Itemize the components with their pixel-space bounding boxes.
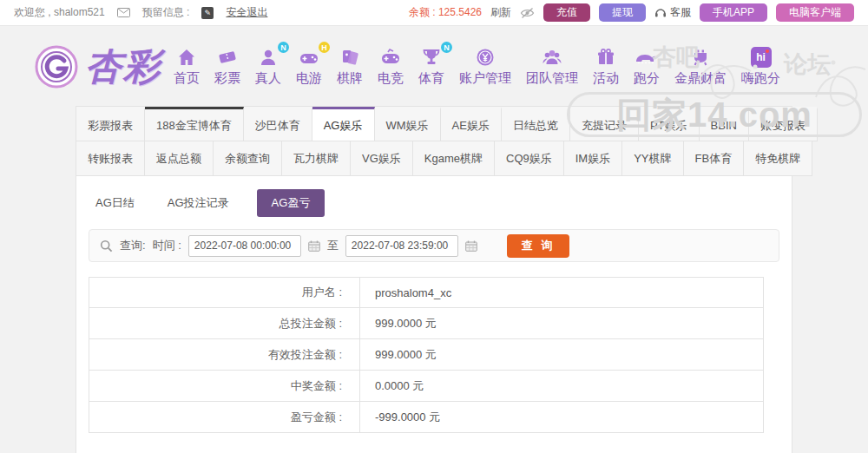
- row-label: 有效投注金额 :: [89, 339, 360, 370]
- new-badge: N: [441, 42, 452, 53]
- page: 欢迎您 , shalom521 预留信息 : ✎ 安全退出 余额 : 125.5…: [0, 0, 868, 453]
- date-to-input[interactable]: [345, 235, 458, 257]
- row-label: 用户名 :: [89, 278, 360, 307]
- query-bar: 查询: 时间 : 至 查 询: [89, 229, 779, 262]
- time-label: 时间 :: [153, 238, 181, 253]
- customer-service-link[interactable]: 客服: [654, 5, 691, 20]
- nav-label: 彩票: [214, 70, 240, 87]
- nav-label: 真人: [255, 70, 281, 87]
- tab-wali-qipai[interactable]: 瓦力棋牌: [282, 141, 351, 176]
- tab-chongti-jilu[interactable]: 充提记录: [570, 107, 639, 141]
- tab-fandian-zonge[interactable]: 返点总额: [145, 141, 214, 176]
- query-submit-button[interactable]: 查 询: [507, 234, 570, 258]
- gamepad-icon: [299, 47, 319, 68]
- nav-item-boardgames[interactable]: 棋牌: [337, 47, 363, 87]
- person-icon: [258, 47, 279, 68]
- win-amount-value: 0.0000 元: [360, 371, 763, 401]
- subtab-ag-touzhu-jilu[interactable]: AG投注记录: [162, 189, 234, 217]
- tab-yue-chaxun[interactable]: 余额查询: [214, 141, 282, 176]
- tab-temian-qipai[interactable]: 特免棋牌: [744, 141, 812, 176]
- tab-caipiao-baobiao[interactable]: 彩票报表: [76, 107, 145, 141]
- nav-label: 嗨跑分: [741, 70, 780, 87]
- tab-cq9-yule[interactable]: CQ9娱乐: [495, 141, 564, 176]
- nav-label: 电竞: [378, 70, 404, 87]
- envelope-icon[interactable]: [117, 8, 130, 17]
- nav-item-team[interactable]: 团队管理: [526, 47, 578, 87]
- tab-wm-yule[interactable]: WM娱乐: [375, 107, 441, 141]
- date-from-input[interactable]: [188, 235, 301, 257]
- gamepad-icon: [380, 47, 401, 68]
- rhino-icon: [635, 47, 659, 68]
- edit-icon[interactable]: ✎: [201, 7, 214, 19]
- tab-zhuanzhang-baobiao[interactable]: 转账报表: [76, 141, 145, 176]
- nav-item-lottery[interactable]: 彩票: [214, 47, 240, 87]
- home-icon: [176, 47, 197, 68]
- tripod-icon: [690, 47, 711, 68]
- withdraw-button[interactable]: 提现: [599, 3, 646, 22]
- header: 杏彩 首页 彩票 N 真人 H 电游 棋牌: [0, 27, 868, 107]
- to-label: 至: [327, 238, 339, 253]
- table-row: 中奖金额 : 0.0000 元: [89, 371, 764, 402]
- subtab-ag-yingkui[interactable]: AG盈亏: [257, 189, 326, 217]
- nav-item-home[interactable]: 首页: [174, 47, 200, 87]
- total-bet-value: 999.0000 元: [360, 308, 763, 338]
- query-label: 查询:: [120, 238, 146, 253]
- nav-label: 团队管理: [526, 70, 578, 87]
- nav-item-account[interactable]: 账户管理: [459, 47, 511, 87]
- tabs-row-2: 转账报表 返点总额 余额查询 瓦力棋牌 VG娱乐 Kgame棋牌 CQ9娱乐 I…: [76, 141, 792, 176]
- tab-yy-qipai[interactable]: YY棋牌: [622, 141, 683, 176]
- nav-item-sports[interactable]: N 体育: [418, 47, 444, 87]
- row-label: 盈亏金额 :: [89, 402, 360, 432]
- nav-label: 棋牌: [337, 70, 363, 87]
- table-row: 用户名 : proshalom4_xc: [89, 277, 764, 308]
- calendar-icon[interactable]: [308, 240, 320, 252]
- tab-rijie-zonglan[interactable]: 日结总览: [502, 107, 570, 141]
- nav-label: 首页: [174, 70, 200, 87]
- brand-logo-icon: [33, 43, 80, 90]
- tab-vg-yule[interactable]: VG娱乐: [351, 141, 413, 176]
- nav-label: 体育: [418, 70, 444, 87]
- cards-icon: [339, 47, 360, 68]
- tab-fb-tiyu[interactable]: FB体育: [684, 141, 745, 176]
- profit-report-table: 用户名 : proshalom4_xc 总投注金额 : 999.0000 元 有…: [89, 277, 764, 433]
- brand[interactable]: 杏彩: [33, 43, 161, 91]
- hi-icon: hi: [751, 47, 772, 68]
- tab-pt-yule[interactable]: PT娱乐: [639, 107, 700, 141]
- mobile-app-button[interactable]: 手机APP: [700, 3, 767, 22]
- refresh-link[interactable]: 刷新: [490, 5, 511, 20]
- welcome-text: 欢迎您 , shalom521: [14, 5, 105, 20]
- tab-shaba-tiyu[interactable]: 沙巴体育: [244, 107, 312, 141]
- calendar-icon[interactable]: [465, 240, 477, 252]
- subtab-ag-rijie[interactable]: AG日结: [90, 189, 140, 217]
- nav-item-slots[interactable]: H 电游: [296, 47, 322, 87]
- subtabs: AG日结 AG投注记录 AG盈亏: [76, 176, 792, 227]
- recharge-button[interactable]: 充值: [543, 3, 590, 22]
- tab-im-yule[interactable]: IM娱乐: [564, 141, 622, 176]
- nav-item-hipaofen[interactable]: hi 嗨跑分: [741, 47, 780, 87]
- tab-zhangbian-baobiao[interactable]: 账变报表: [749, 107, 818, 141]
- tab-ag-yule[interactable]: AG娱乐: [312, 107, 375, 141]
- tab-bbin[interactable]: BBIN: [700, 107, 749, 141]
- table-row: 盈亏金额 : -999.0000 元: [89, 402, 764, 433]
- nav-item-esports[interactable]: 电竞: [378, 47, 404, 87]
- nav-item-live[interactable]: N 真人: [255, 47, 281, 87]
- headset-icon: [654, 7, 667, 18]
- trophy-icon: [421, 47, 442, 68]
- customer-service-label: 客服: [670, 5, 691, 20]
- nav-item-jinding[interactable]: 金鼎财富: [674, 47, 727, 87]
- ticket-icon: [217, 47, 238, 68]
- nav-item-paofen[interactable]: 跑分: [634, 47, 660, 87]
- tab-kgame-qipai[interactable]: Kgame棋牌: [413, 141, 495, 176]
- nav-label: 金鼎财富: [674, 70, 727, 87]
- nav-item-promotions[interactable]: 活动: [593, 47, 619, 87]
- team-icon: [542, 47, 562, 68]
- balance-text: 余额 : 125.5426: [409, 5, 482, 20]
- tab-ae-yule[interactable]: AE娱乐: [441, 107, 502, 141]
- logout-link[interactable]: 安全退出: [226, 5, 267, 20]
- pc-client-button[interactable]: 电脑客户端: [776, 3, 854, 22]
- table-row: 总投注金额 : 999.0000 元: [89, 308, 764, 339]
- nav-label: 跑分: [634, 70, 660, 87]
- row-label: 总投注金额 :: [89, 308, 360, 338]
- tab-188-jinbaobo[interactable]: 188金宝博体育: [145, 107, 244, 141]
- eye-slash-icon[interactable]: [520, 7, 535, 19]
